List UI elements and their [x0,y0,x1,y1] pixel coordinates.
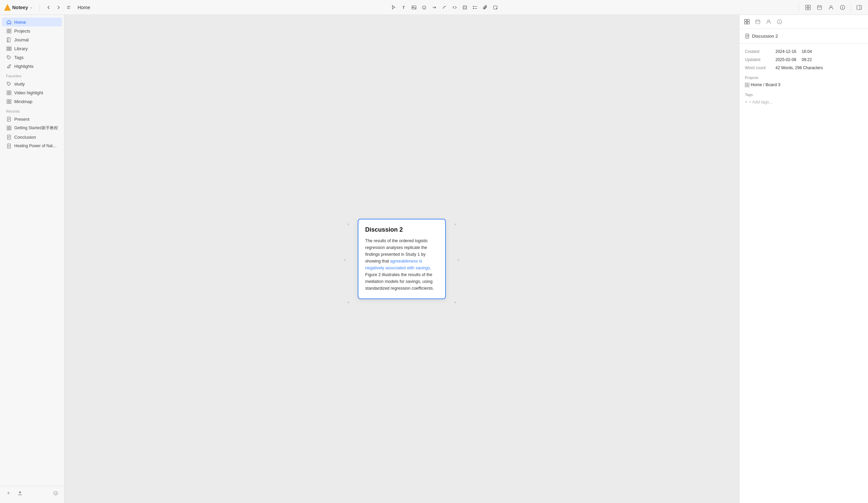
svg-point-27 [842,6,843,7]
sidebar-item-projects[interactable]: Projects [2,27,62,35]
svg-rect-14 [473,8,474,9]
highlight-icon [6,63,11,69]
tool-select[interactable] [389,3,399,12]
right-panel-title: Discussion 2 [752,33,778,39]
new-item-button[interactable]: + [4,489,13,497]
svg-rect-0 [67,6,71,7]
brand-chevron: ⌄ [30,5,32,10]
sidebar-item-library-label: Library [14,46,28,51]
tool-code[interactable] [450,3,459,12]
projects-section-label: Projects [745,76,862,80]
tool-attachment[interactable] [480,3,490,12]
svg-rect-49 [7,102,9,103]
sidebar-item-mindmap[interactable]: Mindmap [2,97,62,106]
sidebar-item-highlights-label: Highlights [14,64,33,69]
topbar-divider [39,4,40,11]
forward-button[interactable] [54,3,63,12]
svg-rect-17 [806,5,808,7]
svg-rect-56 [9,126,11,128]
svg-rect-69 [745,19,747,21]
card-title: Discussion 2 [365,226,438,233]
grid-icon [6,28,11,33]
sidebar-item-conclusion-label: Conclusion [14,135,36,140]
svg-rect-32 [9,29,11,31]
sidebar-item-highlights[interactable]: Highlights [2,62,62,71]
tool-note[interactable] [490,3,500,12]
svg-text:?: ? [55,492,56,495]
upload-button[interactable] [16,489,24,497]
main-layout: Home Projects Journal Library Tags [0,15,868,503]
svg-rect-2 [67,8,70,9]
svg-rect-37 [7,47,8,51]
sidebar-item-journal[interactable]: Journal [2,35,62,44]
rp-info-icon[interactable] [775,17,784,27]
svg-rect-29 [857,6,861,10]
sidebar-item-present[interactable]: Present [2,115,62,123]
tags-section-label: Tags [745,93,862,97]
meta-created-row: Created 2024-12-16 16:04 [745,49,862,54]
rp-grid-icon[interactable] [742,17,752,27]
recents-section-label: Recents [0,106,64,115]
tool-list[interactable] [470,3,480,12]
sidebar-item-conclusion[interactable]: Conclusion [2,133,62,142]
page-title: Home [78,5,90,10]
app-logo [4,4,11,11]
svg-rect-19 [806,8,808,10]
sidebar-item-video-highlight[interactable]: Video highlight [2,88,62,97]
sidebar-item-healing[interactable]: Healing Power of Nature ... [2,142,62,150]
discussion-card[interactable]: Discussion 2 The results of the ordered … [358,219,446,299]
help-button[interactable]: ? [51,489,60,497]
favorites-section-label: Favorites [0,71,64,79]
svg-rect-72 [747,22,749,24]
canvas[interactable]: Discussion 2 The results of the ordered … [64,15,739,503]
view-calendar-icon[interactable] [815,3,824,12]
outline-button[interactable] [64,3,74,12]
svg-rect-20 [808,8,810,10]
rp-person-icon[interactable] [764,17,773,27]
plus-icon: + [7,490,10,496]
resize-handle-top[interactable] [348,224,349,225]
svg-rect-48 [9,99,11,101]
tool-frame[interactable] [460,3,469,12]
upload-icon [18,491,22,495]
rp-calendar-icon[interactable] [753,17,763,27]
sidebar-item-study[interactable]: study [2,79,62,88]
tool-arrow[interactable] [430,3,439,12]
topbar-right-icons [799,3,864,12]
right-panel-body: Created 2024-12-16 16:04 Updated 2025-02… [740,44,868,503]
view-info-icon[interactable] [838,3,847,12]
updated-date: 2025-02-08 [775,57,796,62]
resize-handle-bottom-right[interactable] [454,301,456,303]
tool-shapes[interactable]: :) [420,3,429,12]
svg-rect-35 [7,38,10,42]
resize-handle-left[interactable] [344,259,346,261]
svg-rect-87 [745,85,747,87]
sidebar-item-library[interactable]: Library [2,44,62,53]
meta-updated-row: Updated 2025-02-08 09:22 [745,57,862,62]
resize-handle-right[interactable] [458,259,459,261]
sidebar-item-video-highlight-label: Video highlight [14,90,43,95]
tag-icon [6,55,11,60]
resize-handle-bottom[interactable] [348,301,349,303]
right-panel-doc-icon [745,33,750,39]
svg-rect-39 [10,47,11,51]
tool-text[interactable]: T [399,3,409,12]
panel-toggle-icon[interactable] [855,3,864,12]
sidebar-item-journal-label: Journal [14,37,29,42]
app-brand[interactable]: Noteey ⌄ [4,4,32,11]
sidebar-item-home[interactable]: Home [2,18,62,27]
conclusion-doc-icon [6,134,11,140]
right-panel-header: Discussion 2 [740,29,868,44]
view-user-icon[interactable] [826,3,836,12]
sidebar-item-getting-started[interactable]: Getting Started新手教程 [2,123,62,133]
resize-handle-top-right[interactable] [454,224,456,225]
add-tags-button[interactable]: + + Add tags... [745,99,862,104]
view-grid-icon[interactable] [803,3,813,12]
back-button[interactable] [44,3,53,12]
sidebar-bottom: + ? [0,486,64,500]
svg-rect-50 [9,102,11,103]
tool-image[interactable] [409,3,419,12]
tool-draw[interactable] [440,3,449,12]
sidebar-item-tags[interactable]: Tags [2,53,62,62]
sidebar-item-study-label: study [14,81,25,86]
